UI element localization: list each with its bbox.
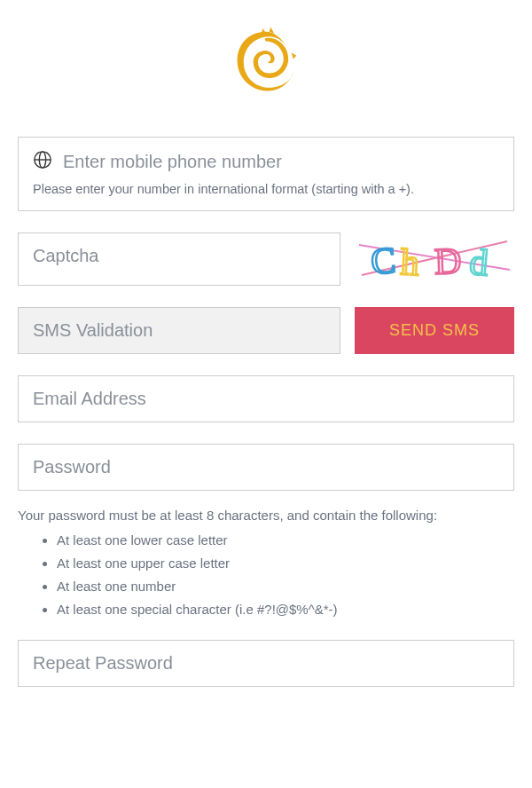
sms-field-group xyxy=(18,307,340,354)
dragon-logo-icon xyxy=(226,22,306,102)
password-rule: At least one upper case letter xyxy=(57,553,514,574)
password-requirements: Your password must be at least 8 charact… xyxy=(18,505,514,620)
sms-validation-input[interactable] xyxy=(33,320,325,341)
phone-input[interactable] xyxy=(63,152,499,172)
repeat-password-input[interactable] xyxy=(33,653,499,674)
password-field-group xyxy=(18,444,514,491)
phone-hint: Please enter your number in internationa… xyxy=(33,180,499,198)
captcha-field-group xyxy=(18,232,340,286)
captcha-image: C h D d xyxy=(355,232,514,286)
email-field-group xyxy=(18,375,514,422)
password-rule: At least one number xyxy=(57,576,514,597)
svg-text:C: C xyxy=(370,240,397,282)
captcha-input[interactable] xyxy=(33,246,325,266)
svg-text:d: d xyxy=(468,241,490,284)
password-rule: At least one special character (i.e #?!@… xyxy=(57,599,514,620)
password-rule: At least one lower case letter xyxy=(57,530,514,551)
logo xyxy=(18,22,514,106)
email-input[interactable] xyxy=(33,389,499,409)
phone-field-group: Please enter your number in internationa… xyxy=(18,137,514,211)
svg-text:D: D xyxy=(434,240,462,282)
repeat-password-field-group xyxy=(18,640,514,687)
svg-text:h: h xyxy=(400,241,420,283)
password-hint-intro: Your password must be at least 8 charact… xyxy=(18,505,514,526)
globe-icon xyxy=(33,150,52,173)
send-sms-button[interactable]: SEND SMS xyxy=(355,307,514,354)
password-input[interactable] xyxy=(33,457,499,477)
